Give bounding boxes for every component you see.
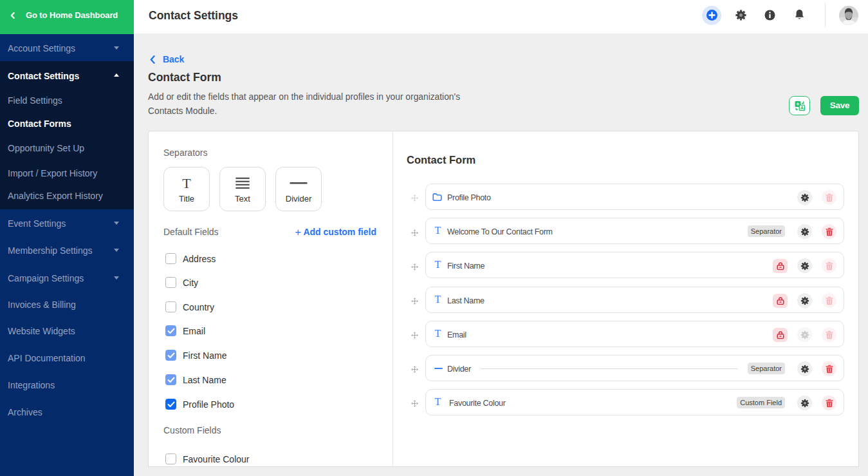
svg-text:A: A — [800, 105, 804, 111]
